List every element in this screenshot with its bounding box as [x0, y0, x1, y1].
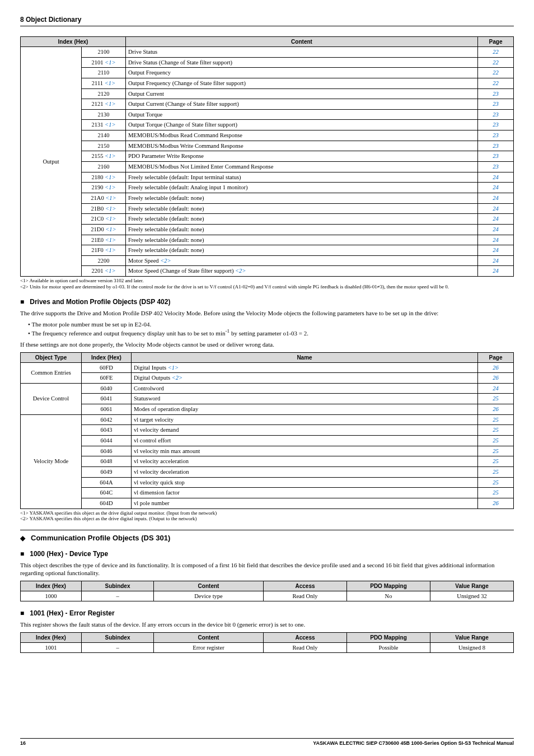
table-row: 21C0 <1>Freely selectable (default: none… [21, 214, 514, 225]
col-content: Content [126, 37, 478, 47]
col-page: Page [478, 37, 514, 47]
table-row: 60FEDigital Outputs <2>26 [21, 373, 514, 384]
cell-page: 25 [478, 446, 514, 456]
cell-content: Output Current (Change of State filter s… [126, 99, 478, 110]
table-row: 2190 <1>Freely selectable (default: Anal… [21, 183, 514, 193]
cell-page: 23 [478, 99, 514, 110]
table-row: Velocity Mode6042vl target velocity25 [21, 414, 514, 425]
cell-name: Modes of operation display [132, 404, 478, 415]
cell-page: 23 [478, 88, 514, 99]
col-obj-type: Object Type [21, 352, 82, 362]
table-row: 2160MEMOBUS/Modbus Not Limited Enter Com… [21, 162, 514, 172]
table-row: 6044vl control effort25 [21, 436, 514, 446]
table-row: 2131 <1>Output Torque (Change of State f… [21, 120, 514, 130]
table-row: Device Control6040Controlword24 [21, 383, 514, 394]
group-label: Device Control [21, 383, 82, 414]
cell-index: 2140 [82, 130, 126, 141]
cell-index: 6040 [82, 383, 132, 394]
error-register-para: This register shows the fault status of … [20, 620, 514, 628]
cell-content: Output Frequency [126, 68, 478, 78]
bullet-2: The frequency reference and output frequ… [28, 328, 514, 337]
dsp-heading: Drives and Motion Profile Objects (DSP 4… [20, 298, 514, 306]
table-row: 2111 <1>Output Frequency (Change of Stat… [21, 78, 514, 88]
cell-page: 26 [478, 362, 514, 373]
cell-page: 24 [478, 383, 514, 394]
bullet-1: The motor pole number must be set up in … [28, 320, 514, 328]
cell-content: MEMOBUS/Modbus Write Command Response [126, 141, 478, 151]
cell-name: Digital Inputs <1> [132, 362, 478, 373]
table-row: 2130Output Torque23 [21, 109, 514, 120]
cell-index: 2131 <1> [82, 120, 126, 130]
cell-page: 25 [478, 456, 514, 467]
dsp-intro: The drive supports the Drive and Motion … [20, 309, 514, 317]
table-row: 6041Statusword25 [21, 394, 514, 404]
cell-index: 2160 [82, 162, 126, 172]
cell-page: 24 [478, 193, 514, 203]
cell-index: 2120 [82, 88, 126, 99]
cell-page: 24 [478, 266, 514, 277]
cell-content: Freely selectable (default: none) [126, 235, 478, 245]
table-row: 1000 – Device type Read Only No Unsigned… [21, 591, 514, 601]
cell-content: MEMOBUS/Modbus Not Limited Enter Command… [126, 162, 478, 172]
cell-index: 2150 [82, 141, 126, 151]
cell-content: Output Current [126, 88, 478, 99]
cell-page: 25 [478, 477, 514, 488]
dsp-bullets: The motor pole number must be set up in … [28, 320, 514, 337]
cell-page: 26 [478, 498, 514, 508]
cell-page: 24 [478, 224, 514, 235]
cell-index: 2100 [82, 47, 126, 58]
cell-index: 6043 [82, 425, 132, 436]
cell-index: 21B0 <1> [82, 203, 126, 214]
col-index: Index (Hex) [21, 37, 126, 47]
table-row: 2101 <1>Drive Status (Change of State fi… [21, 57, 514, 68]
cell-content: Freely selectable (default: Input termin… [126, 172, 478, 183]
cell-name: vl control effort [132, 436, 478, 446]
cell-content: MEMOBUS/Modbus Read Command Response [126, 130, 478, 141]
cell-index: 2180 <1> [82, 172, 126, 183]
table-row: 6061Modes of operation display26 [21, 404, 514, 415]
table-row: 2150MEMOBUS/Modbus Write Command Respons… [21, 141, 514, 151]
cell-name: vl velocity demand [132, 425, 478, 436]
table-row: Output2100Drive Status22 [21, 47, 514, 58]
cell-page: 23 [478, 141, 514, 151]
cell-name: vl velocity min max amount [132, 446, 478, 456]
device-type-para: This object describes the type of device… [20, 561, 514, 577]
cell-index: 2121 <1> [82, 99, 126, 110]
table-row: 21F0 <1>Freely selectable (default: none… [21, 245, 514, 256]
table-row: 2140MEMOBUS/Modbus Read Command Response… [21, 130, 514, 141]
dsp-objects-table: Object Type Index (Hex) Name Page Common… [20, 352, 514, 509]
cell-index: 6044 [82, 436, 132, 446]
cell-content: Motor Speed (Change of State filter supp… [126, 266, 478, 277]
table-row: 6043vl velocity demand25 [21, 425, 514, 436]
cell-name: vl velocity quick stop [132, 477, 478, 488]
cell-page: 25 [478, 436, 514, 446]
cell-content: PDO Parameter Write Response [126, 151, 478, 162]
col-name: Name [132, 352, 478, 362]
col-idx: Index (Hex) [82, 352, 132, 362]
cell-content: Freely selectable (default: none) [126, 214, 478, 225]
cell-index: 6046 [82, 446, 132, 456]
table-row: 2121 <1>Output Current (Change of State … [21, 99, 514, 110]
cell-content: Freely selectable (default: none) [126, 245, 478, 256]
table-row: 604Cvl dimension factor25 [21, 488, 514, 498]
cell-content: Freely selectable (default: none) [126, 203, 478, 214]
cell-page: 24 [478, 235, 514, 245]
table2-footnotes: <1> YASKAWA specifies this object as the… [20, 510, 514, 522]
cell-page: 25 [478, 394, 514, 404]
cell-index: 2101 <1> [82, 57, 126, 68]
cell-index: 2190 <1> [82, 183, 126, 193]
cell-page: 23 [478, 130, 514, 141]
cell-page: 23 [478, 151, 514, 162]
table-row: 21A0 <1>Freely selectable (default: none… [21, 193, 514, 203]
table-row: 21B0 <1>Freely selectable (default: none… [21, 203, 514, 214]
device-type-heading: 1000 (Hex) - Device Type [20, 550, 514, 558]
cell-content: Freely selectable (default: none) [126, 193, 478, 203]
footnote-2: <2> YASKAWA specifies this object as the… [20, 516, 514, 522]
cell-index: 2200 [82, 255, 126, 266]
error-register-heading: 1001 (Hex) - Error Register [20, 609, 514, 617]
comm-heading: Communication Profile Objects (DS 301) [20, 530, 514, 542]
cell-index: 6041 [82, 394, 132, 404]
page-header: 8 Object Dictionary [20, 16, 514, 26]
cell-content: Output Frequency (Change of State filter… [126, 78, 478, 88]
table-row: 21E0 <1>Freely selectable (default: none… [21, 235, 514, 245]
